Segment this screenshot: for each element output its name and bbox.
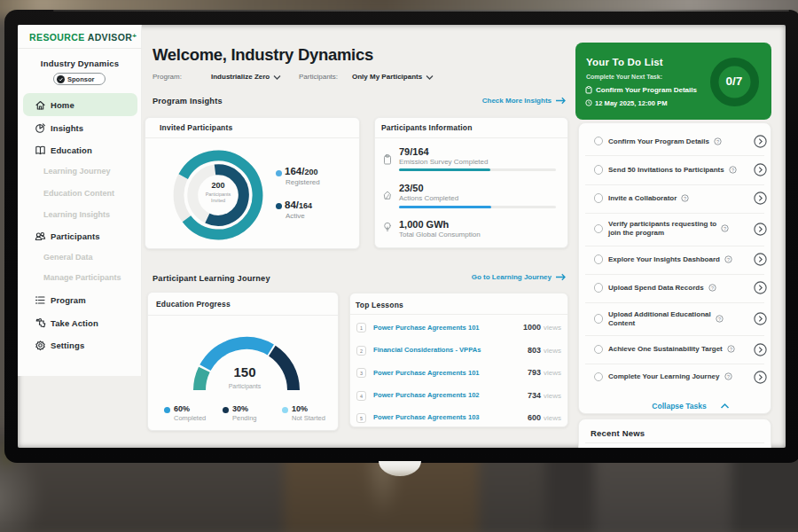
svg-text:?: ? (726, 374, 729, 379)
svg-text:?: ? (716, 138, 719, 144)
svg-text:?: ? (718, 317, 721, 322)
svg-text:?: ? (684, 196, 686, 201)
svg-text:?: ? (730, 347, 732, 352)
svg-text:?: ? (727, 256, 730, 262)
svg-text:?: ? (711, 286, 714, 291)
svg-text:?: ? (732, 168, 734, 173)
svg-text:?: ? (724, 226, 726, 231)
